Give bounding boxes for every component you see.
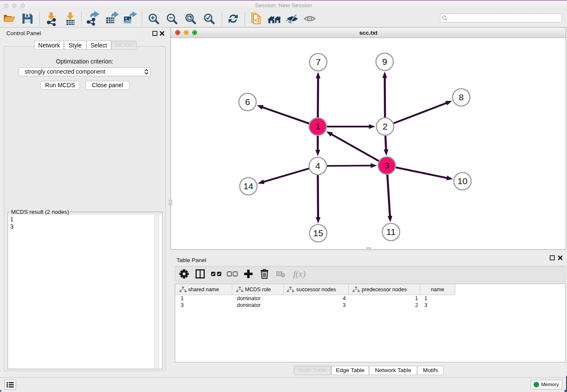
svg-text:15: 15 [313,228,323,238]
svg-text:9: 9 [382,57,387,66]
svg-text:11: 11 [386,227,396,237]
svg-text:7: 7 [316,57,321,67]
svg-text:6: 6 [245,97,250,107]
svg-text:8: 8 [459,92,464,102]
svg-text:f(x): f(x) [293,269,306,279]
svg-text:10: 10 [457,176,467,186]
svg-text:2: 2 [383,121,388,131]
svg-text:3: 3 [384,160,389,170]
svg-text:4: 4 [315,161,320,171]
svg-text:1: 1 [315,121,320,131]
svg-text:14: 14 [243,181,253,191]
